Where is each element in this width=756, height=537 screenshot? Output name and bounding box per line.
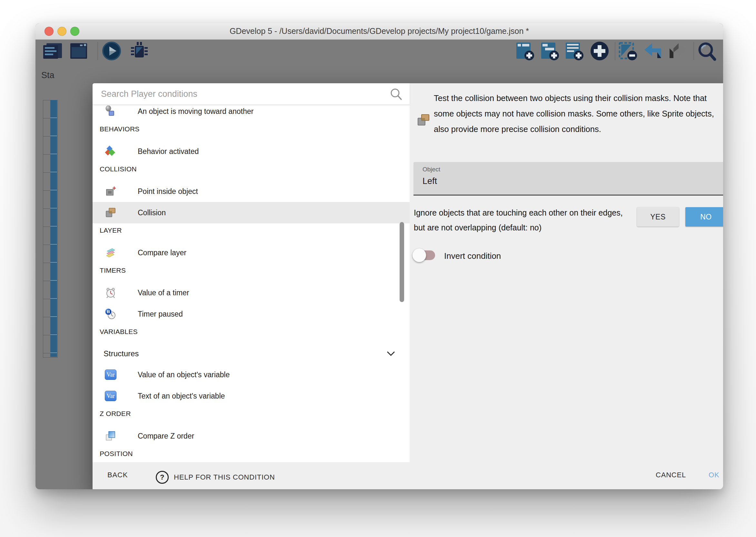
conditions-list: An object is moving toward anotherBEHAVI… xyxy=(93,104,410,462)
condition-group-header: COLLISION xyxy=(93,165,410,181)
help-button-label: HELP FOR THIS CONDITION xyxy=(174,473,275,481)
object-field-label: Object xyxy=(423,166,440,173)
add-scene-icon[interactable] xyxy=(516,42,534,61)
cancel-button[interactable]: CANCEL xyxy=(654,471,688,479)
list-scrollbar-thumb[interactable] xyxy=(399,222,404,302)
condition-group-header: LAYER xyxy=(93,227,410,242)
choose-condition-dialog: An object is moving toward anotherBEHAVI… xyxy=(93,83,723,489)
behavior-icon xyxy=(105,145,116,157)
toolbar-separator xyxy=(694,42,694,60)
condition-list-item[interactable]: Timer paused xyxy=(93,303,410,325)
condition-list-item[interactable]: Var Text of an object's variable xyxy=(93,385,410,407)
add-external-events-icon[interactable] xyxy=(541,42,559,61)
zorder-icon xyxy=(105,430,116,442)
zoom-search-icon[interactable] xyxy=(697,41,717,61)
screenshot-root: GDevelop 5 - /Users/david/Documents/GDev… xyxy=(0,0,756,537)
scene-window-icon[interactable] xyxy=(69,43,88,60)
condition-group-header: Z ORDER xyxy=(93,410,410,425)
condition-group-header: VARIABLES xyxy=(93,328,410,343)
yes-button[interactable]: YES xyxy=(637,207,679,227)
search-input[interactable] xyxy=(100,85,379,103)
add-external-layout-icon[interactable] xyxy=(565,42,584,61)
condition-list-item[interactable]: Var Value of an object's variable xyxy=(93,364,410,385)
chevron-down-icon xyxy=(386,351,396,356)
condition-group-header: TIMERS xyxy=(93,267,410,282)
toggle-knob xyxy=(412,248,426,262)
ok-button[interactable]: OK xyxy=(707,471,721,479)
invert-condition-toggle[interactable] xyxy=(414,250,435,260)
conditions-panel: An object is moving toward anotherBEHAVI… xyxy=(93,83,410,463)
project-manager-icon[interactable] xyxy=(42,43,63,60)
toolbar-separator xyxy=(97,42,98,60)
condition-list-item[interactable]: Compare layer xyxy=(93,242,410,263)
accordion-structures[interactable]: Structures xyxy=(93,343,410,364)
condition-list-item[interactable]: An object is moving toward another xyxy=(93,104,410,122)
help-icon: ? xyxy=(156,471,169,484)
condition-list-item[interactable]: Compare Z order xyxy=(93,425,410,447)
condition-list-item[interactable]: Point inside object xyxy=(93,181,410,202)
add-plus-icon[interactable] xyxy=(589,41,610,61)
collision-icon xyxy=(416,113,431,127)
app-window: GDevelop 5 - /Users/david/Documents/GDev… xyxy=(35,23,723,489)
ignore-edges-question: Ignore objects that are touching each ot… xyxy=(414,205,624,235)
object-field[interactable]: Object Left xyxy=(413,162,723,195)
point-inside-icon xyxy=(105,186,116,197)
back-button[interactable]: BACK xyxy=(105,471,130,479)
events-selection-highlight xyxy=(50,100,57,357)
window-title: GDevelop 5 - /Users/david/Documents/GDev… xyxy=(35,26,723,36)
condition-list-item[interactable]: Value of a timer xyxy=(93,282,410,303)
remove-icon[interactable] xyxy=(619,42,638,61)
condition-list-item[interactable]: Behavior activated xyxy=(93,141,410,162)
search-icon xyxy=(390,88,402,101)
invert-condition-label: Invert condition xyxy=(444,251,501,261)
object-field-value: Left xyxy=(423,176,437,186)
undo-icon[interactable] xyxy=(643,43,662,60)
debug-icon[interactable] xyxy=(129,41,150,61)
condition-group-header: BEHAVIORS xyxy=(93,125,410,141)
condition-group-header: POSITION xyxy=(93,450,410,462)
play-icon[interactable] xyxy=(102,41,121,61)
titlebar: GDevelop 5 - /Users/david/Documents/GDev… xyxy=(35,23,723,40)
redo-icon[interactable] xyxy=(667,43,688,60)
condition-list-item[interactable]: Collision xyxy=(93,202,410,223)
search-bar xyxy=(93,83,410,105)
timer-paused-icon xyxy=(105,308,116,320)
var-icon: Var xyxy=(105,369,116,380)
condition-description: Test the collision between two objects u… xyxy=(434,90,723,137)
scene-tab-partial-label: Sta xyxy=(41,70,55,80)
dialog-footer: BACK ? HELP FOR THIS CONDITION CANCEL OK xyxy=(93,462,723,489)
moving-toward-icon xyxy=(105,105,116,117)
layers-icon xyxy=(105,247,116,259)
var-icon: Var xyxy=(105,391,116,401)
no-button[interactable]: NO xyxy=(685,207,723,227)
collision-icon xyxy=(105,207,116,219)
help-button[interactable]: ? HELP FOR THIS CONDITION xyxy=(154,471,277,484)
toolbar-separator xyxy=(615,42,615,60)
timer-icon xyxy=(105,287,116,299)
